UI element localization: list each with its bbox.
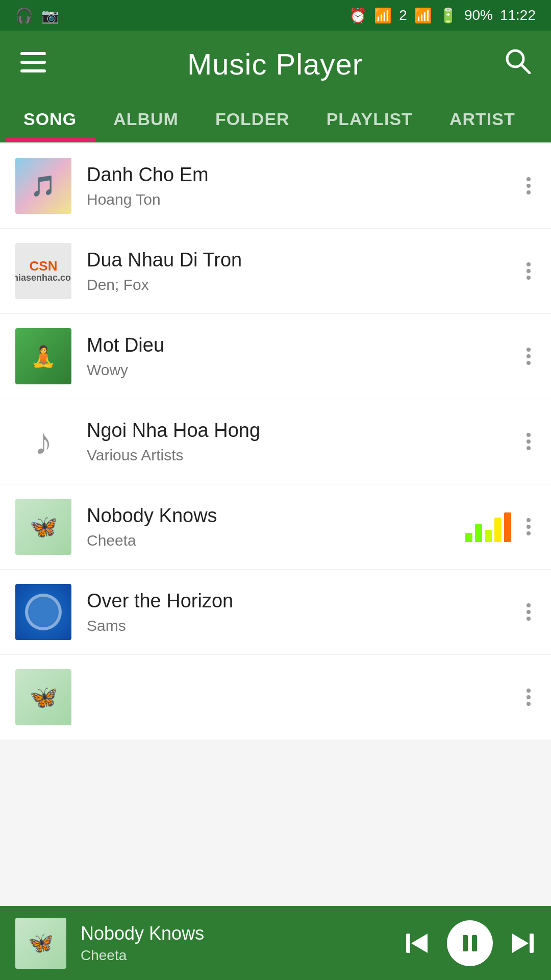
- more-menu-3[interactable]: [521, 348, 536, 365]
- more-menu-2[interactable]: [521, 262, 536, 280]
- song-info-7: [87, 695, 521, 700]
- signal-icon: 📶: [414, 7, 432, 24]
- song-thumb-1: [15, 158, 71, 214]
- song-artist-2: Den; Fox: [87, 276, 521, 293]
- eq-bar-2: [475, 524, 482, 542]
- song-title-1: Danh Cho Em: [87, 164, 521, 186]
- song-info-2: Dua Nhau Di Tron Den; Fox: [87, 249, 521, 293]
- song-item-over-the-horizon[interactable]: Over the Horizon Sams: [0, 570, 551, 655]
- svg-marker-10: [512, 934, 529, 953]
- svg-rect-5: [406, 934, 410, 953]
- player-artist: Cheeta: [81, 947, 404, 964]
- player-controls: [404, 920, 536, 966]
- headphone-icon: 🎧: [15, 7, 33, 24]
- song-artist-6: Sams: [87, 617, 521, 634]
- tab-album[interactable]: ALBUM: [95, 97, 197, 141]
- song-info-4: Ngoi Nha Hoa Hong Various Artists: [87, 420, 521, 464]
- bottom-player: Nobody Knows Cheeta: [0, 906, 551, 980]
- tab-bar: SONG ALBUM FOLDER PLAYLIST ARTIST: [0, 97, 551, 142]
- more-menu-7[interactable]: [521, 689, 536, 706]
- song-thumb-7: [15, 669, 71, 725]
- song-artist-1: Hoang Ton: [87, 191, 521, 208]
- song-title-6: Over the Horizon: [87, 590, 521, 612]
- search-button[interactable]: [504, 47, 531, 80]
- svg-rect-1: [20, 61, 46, 64]
- eq-bar-4: [494, 518, 502, 542]
- more-menu-5[interactable]: [521, 518, 536, 535]
- song-info-5: Nobody Knows Cheeta: [87, 505, 465, 549]
- battery-icon: 🔋: [439, 7, 457, 24]
- song-item-partial[interactable]: [0, 655, 551, 740]
- song-title-4: Ngoi Nha Hoa Hong: [87, 420, 521, 442]
- battery-percent: 90%: [464, 7, 493, 23]
- svg-rect-2: [20, 69, 46, 72]
- eq-bar-1: [465, 533, 472, 542]
- song-thumb-2: CSN chiasenhac.com: [15, 243, 71, 299]
- song-title-3: Mot Dieu: [87, 334, 521, 356]
- pause-button[interactable]: [447, 920, 493, 966]
- song-artist-5: Cheeta: [87, 532, 465, 549]
- song-artist-3: Wowy: [87, 361, 521, 379]
- player-info: Nobody Knows Cheeta: [81, 923, 404, 964]
- svg-line-4: [521, 65, 530, 73]
- song-list: Danh Cho Em Hoang Ton CSN chiasenhac.com…: [0, 143, 551, 740]
- more-menu-1[interactable]: [521, 177, 536, 194]
- song-info-3: Mot Dieu Wowy: [87, 334, 521, 379]
- song-item-dua-nhau-di-tron[interactable]: CSN chiasenhac.com Dua Nhau Di Tron Den;…: [0, 229, 551, 314]
- eq-bar-3: [485, 530, 492, 542]
- time: 11:22: [500, 7, 536, 23]
- song-item-mot-dieu[interactable]: 🧘 Mot Dieu Wowy: [0, 314, 551, 399]
- tab-song[interactable]: SONG: [5, 97, 95, 141]
- svg-rect-8: [472, 935, 477, 951]
- thumb-label-2: CSN chiasenhac.com: [15, 259, 71, 283]
- song-item-danh-cho-em[interactable]: Danh Cho Em Hoang Ton: [0, 143, 551, 229]
- svg-rect-9: [530, 934, 534, 953]
- camera-icon: 📷: [41, 7, 59, 24]
- song-info-1: Danh Cho Em Hoang Ton: [87, 164, 521, 208]
- song-title-2: Dua Nhau Di Tron: [87, 249, 521, 271]
- song-item-ngoi-nha-hoa-hong[interactable]: ♪ Ngoi Nha Hoa Hong Various Artists: [0, 399, 551, 484]
- equalizer-bars: [465, 511, 511, 542]
- notification-badge: 2: [399, 7, 407, 23]
- status-left-icons: 🎧 📷: [15, 7, 59, 24]
- alarm-icon: ⏰: [349, 7, 367, 24]
- next-button[interactable]: [508, 929, 536, 957]
- wifi-icon: 📶: [374, 7, 392, 24]
- menu-button[interactable]: [20, 49, 46, 79]
- song-thumb-3: 🧘: [15, 328, 71, 384]
- song-thumb-6: [15, 584, 71, 640]
- prev-button[interactable]: [404, 929, 432, 957]
- song-right-5: [465, 511, 536, 542]
- more-menu-4[interactable]: [521, 433, 536, 450]
- eq-bar-5: [504, 512, 511, 542]
- status-bar: 🎧 📷 ⏰ 📶 2 📶 🔋 90% 11:22: [0, 0, 551, 31]
- song-artist-4: Various Artists: [87, 447, 521, 464]
- more-menu-6[interactable]: [521, 603, 536, 621]
- tab-playlist[interactable]: PLAYLIST: [308, 97, 431, 141]
- song-thumb-5: [15, 499, 71, 555]
- app-bar: Music Player: [0, 31, 551, 97]
- player-title: Nobody Knows: [81, 923, 404, 944]
- song-info-6: Over the Horizon Sams: [87, 590, 521, 634]
- svg-rect-0: [20, 52, 46, 55]
- tab-folder[interactable]: FOLDER: [197, 97, 308, 141]
- svg-marker-6: [411, 934, 428, 953]
- song-item-nobody-knows[interactable]: Nobody Knows Cheeta: [0, 484, 551, 570]
- app-title: Music Player: [187, 47, 363, 81]
- status-right-info: ⏰ 📶 2 📶 🔋 90% 11:22: [349, 7, 536, 24]
- music-note-icon: ♪: [34, 421, 53, 462]
- song-thumb-4: ♪: [15, 413, 71, 470]
- tab-artist[interactable]: ARTIST: [431, 97, 534, 141]
- song-title-5: Nobody Knows: [87, 505, 465, 527]
- svg-rect-7: [463, 935, 468, 951]
- player-thumbnail: [15, 918, 66, 969]
